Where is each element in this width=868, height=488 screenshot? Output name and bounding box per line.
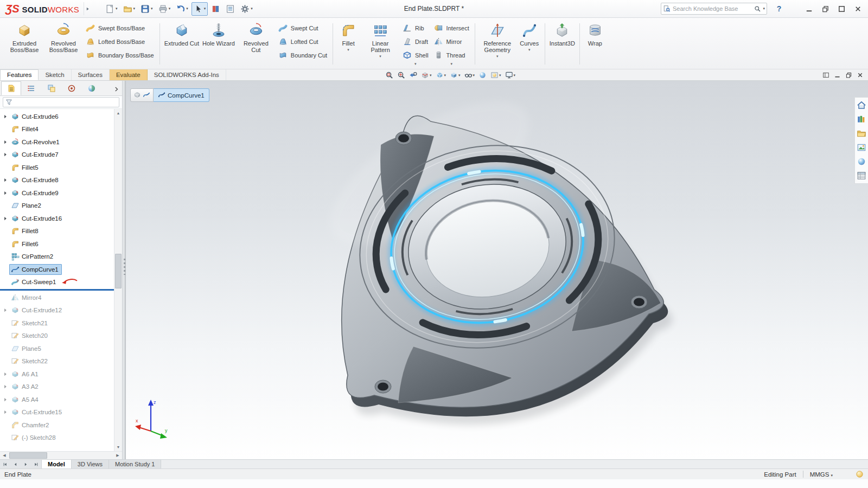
- new-button[interactable]: ▾: [103, 2, 120, 16]
- tree-item[interactable]: Plane2: [0, 200, 114, 213]
- dropdown-caret[interactable]: ▾: [496, 54, 499, 59]
- dropdown-caret[interactable]: ▾: [450, 62, 452, 66]
- tree-item[interactable]: Mirror4: [0, 291, 114, 304]
- tree-item[interactable]: Fillet8: [0, 225, 114, 238]
- reference-geometry-button[interactable]: Reference Geometry▾: [478, 20, 517, 68]
- scroll-thumb[interactable]: [115, 254, 122, 288]
- tree-item[interactable]: CompCurve1: [0, 263, 114, 276]
- sheet-tab-model[interactable]: Model: [42, 460, 72, 468]
- tree-item[interactable]: Plane5: [0, 342, 114, 355]
- tree-item[interactable]: Chamfer2: [0, 419, 114, 432]
- expand-arrow[interactable]: [2, 138, 9, 146]
- expand-arrow[interactable]: [2, 215, 9, 222]
- doc-close-button[interactable]: [857, 72, 864, 79]
- panel-splitter[interactable]: [123, 81, 126, 459]
- splitter-handle[interactable]: [124, 259, 125, 275]
- list-button[interactable]: [224, 2, 237, 16]
- open-button[interactable]: ▾: [121, 2, 138, 16]
- doc-pane-button[interactable]: [822, 72, 829, 79]
- sheet-tab-motion-study-1[interactable]: Motion Study 1: [109, 460, 161, 468]
- section-view-button[interactable]: ▾: [420, 70, 433, 80]
- tab-evaluate[interactable]: Evaluate: [110, 69, 148, 80]
- hide-show-items-button[interactable]: ▾: [463, 70, 476, 80]
- expand-arrow[interactable]: [2, 370, 9, 378]
- file-explorer-button[interactable]: [857, 129, 866, 138]
- doc-min-button[interactable]: [834, 72, 841, 79]
- lofted-cut-button[interactable]: Lofted Cut: [276, 36, 330, 47]
- tree-item[interactable]: Cut-Extrude7: [0, 149, 114, 162]
- shell-button[interactable]: Shell: [400, 49, 431, 61]
- scroll-left-arrow[interactable]: ◀: [0, 452, 9, 459]
- search-go-button[interactable]: ▾: [754, 5, 765, 12]
- units-selector[interactable]: MMGS▾: [810, 471, 833, 478]
- select-button[interactable]: ▾: [192, 2, 208, 16]
- panel-tab-propertymanager[interactable]: [21, 81, 41, 95]
- rollback-bar[interactable]: [0, 289, 114, 291]
- view-settings-button[interactable]: ▾: [504, 70, 517, 80]
- tree-item[interactable]: A5 A4: [0, 393, 114, 406]
- dropdown-caret[interactable]: ▾: [133, 7, 136, 11]
- tree-item[interactable]: Sketch22: [0, 355, 114, 368]
- help-button[interactable]: ?: [773, 2, 786, 15]
- nav-next-button[interactable]: [21, 460, 31, 468]
- tree-item[interactable]: Sketch20: [0, 330, 114, 343]
- dropdown-caret[interactable]: ▾: [414, 62, 417, 66]
- save-button[interactable]: ▾: [138, 2, 155, 16]
- linear-pattern-button[interactable]: Linear Pattern▾: [361, 20, 400, 68]
- extruded-cut-button[interactable]: Extruded Cut: [163, 20, 201, 68]
- nav-first-button[interactable]: [0, 460, 10, 468]
- scroll-up-arrow[interactable]: ▲: [114, 109, 122, 117]
- panel-tab-displaymanager[interactable]: [81, 81, 101, 95]
- options-button[interactable]: ▾: [238, 2, 255, 16]
- wrap-button[interactable]: Wrap: [583, 20, 608, 68]
- tree-item[interactable]: Cut-Extrude8: [0, 174, 114, 187]
- lofted-boss-base-button[interactable]: Lofted Boss/Base: [83, 36, 157, 47]
- scroll-right-arrow[interactable]: ▶: [113, 452, 122, 459]
- view-orientation-button[interactable]: ▾: [435, 70, 448, 80]
- tree-item[interactable]: (-) Sketch28: [0, 432, 114, 445]
- apply-scene-button[interactable]: ▾: [489, 70, 502, 80]
- expand-arrow[interactable]: [2, 396, 9, 403]
- dropdown-caret[interactable]: ▾: [831, 473, 833, 477]
- swept-cut-button[interactable]: Swept Cut: [276, 22, 330, 34]
- tree-filter-input[interactable]: [3, 97, 119, 107]
- extruded-boss-base-button[interactable]: Extruded Boss/Base: [5, 20, 44, 68]
- panel-tab-featuremanager[interactable]: [1, 81, 21, 95]
- selection-context-button[interactable]: [130, 88, 154, 102]
- dropdown-caret[interactable]: ▾: [186, 7, 188, 11]
- print-button[interactable]: ▾: [156, 2, 173, 16]
- swatches-button[interactable]: [209, 2, 222, 16]
- tree-item[interactable]: CirPattern2: [0, 251, 114, 264]
- scroll-down-arrow[interactable]: ▼: [114, 443, 122, 451]
- panel-tab-configurations[interactable]: [41, 81, 61, 95]
- close-button[interactable]: [850, 2, 866, 16]
- appearances-button[interactable]: [857, 157, 866, 166]
- tab-surfaces[interactable]: Surfaces: [72, 69, 110, 80]
- restore-button[interactable]: [817, 2, 833, 16]
- mirror-button[interactable]: Mirror: [431, 36, 472, 47]
- tree-item[interactable]: Cut-Revolve1: [0, 136, 114, 149]
- expand-arrow[interactable]: [2, 189, 9, 197]
- draft-button[interactable]: Draft: [400, 36, 431, 47]
- fillet-button[interactable]: Fillet▾: [336, 20, 361, 68]
- doc-restore-button[interactable]: [845, 72, 852, 79]
- instant3d-button[interactable]: Instant3D: [548, 20, 577, 68]
- dropdown-caret[interactable]: ▾: [347, 48, 349, 52]
- dropdown-caret[interactable]: ▾: [528, 48, 531, 52]
- sheet-tab-3d-views[interactable]: 3D Views: [72, 460, 109, 468]
- previous-view-button[interactable]: [408, 70, 418, 80]
- max-button[interactable]: [833, 2, 850, 16]
- tree-item[interactable]: Cut-Sweep1: [0, 276, 114, 289]
- revolved-boss-base-button[interactable]: Revolved Boss/Base: [44, 20, 83, 68]
- tree-item[interactable]: Sketch21: [0, 317, 114, 330]
- rib-button[interactable]: Rib: [400, 22, 431, 34]
- tree-item[interactable]: Fillet4: [0, 123, 114, 136]
- zoom-fit-button[interactable]: [384, 70, 394, 80]
- edit-appearance-button[interactable]: [477, 70, 488, 80]
- dropdown-caret[interactable]: ▾: [116, 7, 118, 11]
- boundary-cut-button[interactable]: Boundary Cut: [276, 49, 330, 61]
- zoom-area-button[interactable]: [396, 70, 406, 80]
- dropdown-caret[interactable]: ▾: [499, 73, 501, 78]
- dropdown-caret[interactable]: ▾: [430, 73, 432, 78]
- panel-tab-dimxpert[interactable]: [61, 81, 81, 95]
